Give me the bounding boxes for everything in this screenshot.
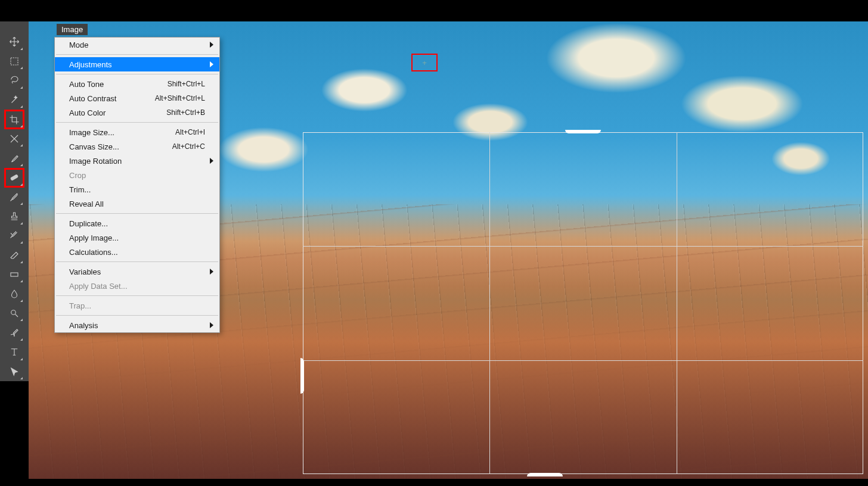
menu-item-label: Reveal All bbox=[69, 200, 205, 208]
menu-item-label: Trim... bbox=[69, 185, 205, 194]
tool-blur[interactable] bbox=[4, 284, 24, 304]
image-menu-dropdown: ModeAdjustmentsAuto ToneShift+Ctrl+LAuto… bbox=[54, 37, 220, 333]
submenu-arrow-icon bbox=[210, 322, 213, 328]
crop-handle-top[interactable] bbox=[565, 130, 601, 133]
tool-path-select[interactable] bbox=[4, 362, 24, 382]
tool-gradient[interactable] bbox=[4, 265, 24, 285]
tool-lasso[interactable] bbox=[4, 71, 24, 91]
menu-item-variables[interactable]: Variables bbox=[55, 264, 219, 279]
tool-crop[interactable] bbox=[4, 110, 24, 129]
menu-separator bbox=[56, 54, 218, 55]
tools-toolbar bbox=[0, 21, 29, 381]
svg-rect-0 bbox=[11, 58, 18, 65]
menu-item-label: Crop bbox=[69, 171, 205, 180]
crop-overlay[interactable] bbox=[303, 132, 863, 474]
menu-item-shortcut: Alt+Ctrl+I bbox=[175, 128, 205, 136]
menu-separator bbox=[56, 74, 218, 74]
menu-item-label: Variables bbox=[69, 267, 205, 276]
tool-stamp[interactable] bbox=[4, 207, 24, 226]
tool-eyedropper[interactable] bbox=[4, 148, 24, 168]
tool-wand[interactable] bbox=[4, 91, 24, 110]
menu-item-label: Analysis bbox=[69, 321, 205, 330]
crop-gridline bbox=[303, 360, 863, 361]
menu-item-label: Auto Contrast bbox=[69, 94, 155, 103]
menu-item-trap-: Trap... bbox=[55, 298, 219, 313]
tool-type[interactable] bbox=[4, 342, 24, 362]
menu-header-image[interactable]: Image bbox=[57, 24, 88, 35]
crop-handle-left[interactable] bbox=[300, 358, 304, 394]
menu-item-shortcut: Shift+Ctrl+L bbox=[168, 80, 205, 88]
menu-item-label: Auto Tone bbox=[69, 80, 168, 89]
submenu-arrow-icon bbox=[210, 158, 213, 164]
menu-item-calculations-[interactable]: Calculations... bbox=[55, 245, 219, 259]
crop-handle-bottom[interactable] bbox=[527, 473, 563, 476]
menu-item-trim-[interactable]: Trim... bbox=[55, 182, 219, 197]
menu-separator bbox=[56, 295, 218, 296]
menu-item-label: Canvas Size... bbox=[69, 142, 172, 151]
menu-item-image-size-[interactable]: Image Size...Alt+Ctrl+I bbox=[55, 125, 219, 139]
tool-dodge[interactable] bbox=[4, 304, 24, 323]
menu-item-auto-contrast[interactable]: Auto ContrastAlt+Shift+Ctrl+L bbox=[55, 91, 219, 105]
menu-item-analysis[interactable]: Analysis bbox=[55, 318, 219, 332]
menu-item-shortcut: Alt+Ctrl+C bbox=[172, 142, 205, 151]
menu-item-label: Calculations... bbox=[69, 248, 205, 257]
menu-item-mode[interactable]: Mode bbox=[55, 38, 219, 52]
menu-item-canvas-size-[interactable]: Canvas Size...Alt+Ctrl+C bbox=[55, 139, 219, 154]
tool-healing[interactable] bbox=[4, 168, 24, 188]
submenu-arrow-icon bbox=[210, 61, 213, 67]
crop-gridline bbox=[303, 246, 863, 247]
tool-marquee[interactable] bbox=[4, 52, 24, 71]
tool-slice[interactable] bbox=[4, 129, 24, 149]
submenu-arrow-icon bbox=[210, 42, 213, 48]
tool-history-brush[interactable] bbox=[4, 226, 24, 246]
submenu-arrow-icon bbox=[210, 269, 213, 275]
menu-item-label: Auto Color bbox=[69, 108, 166, 117]
menu-item-label: Adjustments bbox=[69, 60, 205, 69]
menu-item-shortcut: Shift+Ctrl+B bbox=[166, 108, 205, 117]
menu-item-auto-color[interactable]: Auto ColorShift+Ctrl+B bbox=[55, 105, 219, 120]
svg-rect-2 bbox=[11, 273, 18, 276]
menu-item-label: Apply Data Set... bbox=[69, 282, 205, 291]
menu-separator bbox=[56, 261, 218, 262]
menu-item-adjustments[interactable]: Adjustments bbox=[55, 57, 219, 71]
menu-item-shortcut: Alt+Shift+Ctrl+L bbox=[155, 94, 205, 102]
menu-separator bbox=[56, 213, 218, 214]
menu-item-label: Image Size... bbox=[69, 128, 175, 137]
menu-item-label: Apply Image... bbox=[69, 233, 205, 242]
menu-item-label: Mode bbox=[69, 40, 205, 49]
svg-point-3 bbox=[11, 310, 16, 315]
svg-rect-1 bbox=[11, 175, 18, 180]
crop-gridline bbox=[489, 132, 490, 474]
tool-eraser[interactable] bbox=[4, 245, 24, 265]
tool-pen[interactable] bbox=[4, 323, 24, 342]
menu-item-label: Image Rotation bbox=[69, 157, 205, 166]
menu-item-duplicate-[interactable]: Duplicate... bbox=[55, 216, 219, 230]
menu-separator bbox=[56, 122, 218, 123]
menu-item-auto-tone[interactable]: Auto ToneShift+Ctrl+L bbox=[55, 77, 219, 91]
menu-item-label: Duplicate... bbox=[69, 219, 205, 228]
crop-rect[interactable] bbox=[303, 132, 863, 474]
crop-gridline bbox=[677, 132, 677, 474]
highlight-marker: + bbox=[411, 54, 438, 71]
menu-item-crop: Crop bbox=[55, 168, 219, 182]
menu-item-image-rotation[interactable]: Image Rotation bbox=[55, 154, 219, 168]
tool-brush[interactable] bbox=[4, 188, 24, 207]
menu-separator bbox=[56, 315, 218, 316]
tool-move[interactable] bbox=[4, 32, 24, 52]
menu-item-reveal-all[interactable]: Reveal All bbox=[55, 197, 219, 211]
menu-item-label: Trap... bbox=[69, 301, 205, 310]
menu-item-apply-image-[interactable]: Apply Image... bbox=[55, 230, 219, 245]
menu-item-apply-data-set-: Apply Data Set... bbox=[55, 279, 219, 293]
